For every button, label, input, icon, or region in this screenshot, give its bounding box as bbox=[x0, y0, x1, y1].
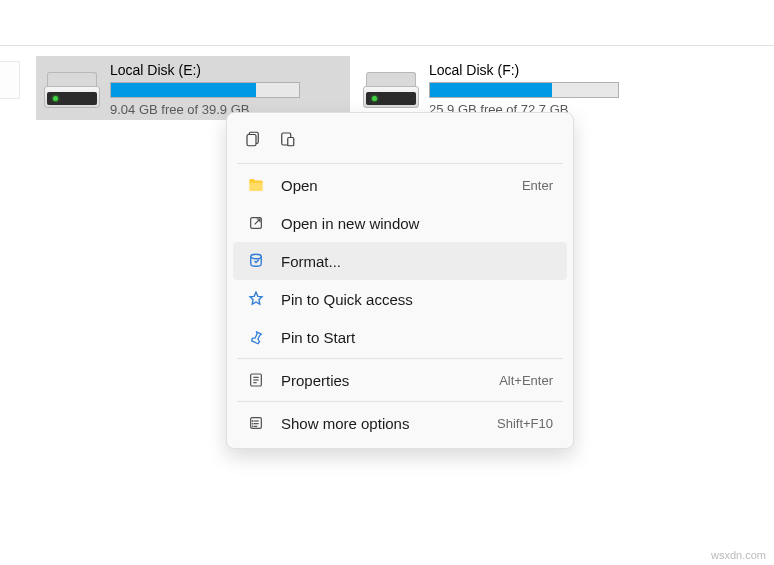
menu-label: Format... bbox=[281, 253, 553, 270]
drive-name: Local Disk (F:) bbox=[429, 62, 661, 78]
hard-drive-icon bbox=[363, 68, 419, 108]
storage-bar bbox=[110, 82, 300, 98]
svg-point-16 bbox=[252, 426, 253, 427]
menu-item-more-options[interactable]: Show more options Shift+F10 bbox=[233, 404, 567, 442]
svg-rect-3 bbox=[288, 138, 294, 146]
toolbar-divider bbox=[0, 45, 774, 46]
hard-drive-icon bbox=[44, 68, 100, 108]
drive-stub-left bbox=[0, 61, 20, 99]
menu-label: Show more options bbox=[281, 415, 481, 432]
drive-name: Local Disk (E:) bbox=[110, 62, 342, 78]
copy-icon[interactable] bbox=[243, 129, 263, 149]
properties-icon bbox=[247, 371, 265, 389]
pin-icon bbox=[247, 328, 265, 346]
menu-divider bbox=[237, 358, 563, 359]
menu-shortcut: Enter bbox=[522, 178, 553, 193]
svg-point-5 bbox=[251, 254, 262, 259]
paste-icon[interactable] bbox=[277, 129, 297, 149]
menu-label: Open bbox=[281, 177, 506, 194]
more-options-icon bbox=[247, 414, 265, 432]
format-drive-icon bbox=[247, 252, 265, 270]
open-new-window-icon bbox=[247, 214, 265, 232]
menu-shortcut: Shift+F10 bbox=[497, 416, 553, 431]
drive-info: Local Disk (E:) 9.04 GB free of 39.9 GB bbox=[110, 62, 342, 117]
storage-bar bbox=[429, 82, 619, 98]
drive-item-e[interactable]: Local Disk (E:) 9.04 GB free of 39.9 GB bbox=[36, 56, 350, 120]
svg-rect-1 bbox=[247, 135, 256, 146]
svg-point-14 bbox=[252, 421, 253, 422]
menu-toolbar bbox=[233, 119, 567, 161]
context-menu: Open Enter Open in new window Format... … bbox=[226, 112, 574, 449]
menu-label: Open in new window bbox=[281, 215, 553, 232]
menu-divider bbox=[237, 401, 563, 402]
menu-item-properties[interactable]: Properties Alt+Enter bbox=[233, 361, 567, 399]
menu-label: Pin to Quick access bbox=[281, 291, 553, 308]
star-icon bbox=[247, 290, 265, 308]
menu-item-format[interactable]: Format... bbox=[233, 242, 567, 280]
folder-icon bbox=[247, 176, 265, 194]
watermark: wsxdn.com bbox=[711, 549, 766, 561]
menu-item-open-new-window[interactable]: Open in new window bbox=[233, 204, 567, 242]
menu-label: Pin to Start bbox=[281, 329, 553, 346]
menu-label: Properties bbox=[281, 372, 483, 389]
drive-info: Local Disk (F:) 25.9 GB free of 72.7 GB bbox=[429, 62, 661, 117]
menu-item-pin-quick-access[interactable]: Pin to Quick access bbox=[233, 280, 567, 318]
menu-shortcut: Alt+Enter bbox=[499, 373, 553, 388]
menu-item-open[interactable]: Open Enter bbox=[233, 166, 567, 204]
drive-item-f[interactable]: Local Disk (F:) 25.9 GB free of 72.7 GB bbox=[355, 56, 669, 120]
menu-item-pin-start[interactable]: Pin to Start bbox=[233, 318, 567, 356]
svg-point-15 bbox=[252, 423, 253, 424]
menu-divider bbox=[237, 163, 563, 164]
